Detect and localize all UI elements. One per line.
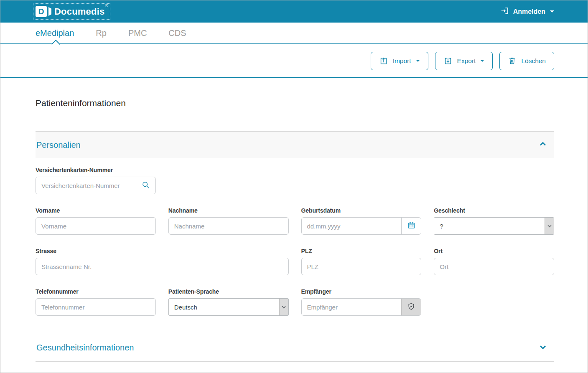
caret-down-icon <box>480 60 484 62</box>
topbar: D Documedis® Anmelden <box>0 0 588 23</box>
form-row: Versichertenkarten-Nummer <box>36 167 554 194</box>
empfaenger-label: Empfänger <box>301 288 422 295</box>
delete-button[interactable]: Löschen <box>499 52 554 70</box>
tab-pmc[interactable]: PMC <box>128 28 147 38</box>
brand-d-icon: D <box>36 6 47 17</box>
strasse-label: Strasse <box>36 248 289 255</box>
import-button[interactable]: Import <box>371 52 428 70</box>
calendar-icon <box>407 221 416 231</box>
plz-input[interactable] <box>301 258 422 275</box>
tab-cds[interactable]: CDS <box>168 28 186 38</box>
upload-icon <box>379 56 388 66</box>
empfaenger-input[interactable] <box>302 299 402 315</box>
select-chevron-icon <box>279 299 288 315</box>
geburtsdatum-label: Geburtsdatum <box>301 207 422 214</box>
trash-icon <box>508 56 517 65</box>
section-gesundheitsinformationen-header[interactable]: Gesundheitsinformationen <box>36 334 554 362</box>
tab-rp[interactable]: Rp <box>96 28 107 38</box>
download-icon <box>443 56 453 66</box>
registered-mark: ® <box>105 3 108 8</box>
field-vorname: Vorname <box>36 207 156 235</box>
empfaenger-verify-button[interactable] <box>401 299 421 315</box>
geschlecht-label: Geschlecht <box>434 207 554 214</box>
versichertenkarten-nummer-input[interactable] <box>36 177 136 194</box>
vorname-label: Vorname <box>36 207 156 214</box>
field-empfaenger: Empfänger <box>301 288 422 316</box>
form-row: Telefonnummer Patienten-Sprache Deutsch <box>36 288 554 316</box>
import-label: Import <box>393 57 411 65</box>
ort-label: Ort <box>434 248 554 255</box>
form-row: Vorname Nachname Geburtsdatum <box>36 207 554 235</box>
brand-logo[interactable]: D Documedis® <box>36 6 108 17</box>
card-search-button[interactable] <box>136 177 155 194</box>
chevron-down-icon[interactable] <box>537 342 548 354</box>
shield-check-icon <box>407 302 415 312</box>
login-door-icon <box>500 6 509 17</box>
tab-emediplan[interactable]: eMediplan <box>36 28 74 38</box>
form-row: Strasse PLZ Ort <box>36 248 554 275</box>
geschlecht-value: ? <box>440 223 443 230</box>
patienten-sprache-value: Deutsch <box>174 304 197 311</box>
chevron-up-icon[interactable] <box>537 139 548 151</box>
tab-navigation: eMediplan Rp PMC CDS <box>0 23 588 44</box>
nachname-input[interactable] <box>168 217 289 235</box>
caret-down-icon <box>550 10 554 13</box>
field-geschlecht: Geschlecht ? <box>434 207 554 235</box>
geschlecht-select[interactable]: ? <box>434 217 554 235</box>
section-personalien-title: Personalien <box>36 140 81 150</box>
field-plz: PLZ <box>301 248 422 275</box>
search-icon <box>141 180 150 190</box>
toolbar: Import Export Löschen <box>0 44 588 78</box>
export-label: Export <box>457 57 476 65</box>
brand-name: Documedis® <box>54 6 108 17</box>
login-menu[interactable]: Anmelden <box>500 6 554 17</box>
page-title: Patienteninformationen <box>36 98 554 108</box>
empfaenger-group <box>301 298 422 316</box>
geburtsdatum-group <box>301 217 422 235</box>
geburtsdatum-input[interactable] <box>302 218 402 234</box>
section-personalien-header[interactable]: Personalien <box>36 131 554 158</box>
main-content: Patienteninformationen Personalien Versi… <box>0 78 588 362</box>
field-geburtsdatum: Geburtsdatum <box>301 207 422 235</box>
field-strasse: Strasse <box>36 248 289 275</box>
field-nachname: Nachname <box>168 207 289 235</box>
versichertenkarten-nummer-label: Versichertenkarten-Nummer <box>36 167 156 174</box>
telefonnummer-label: Telefonnummer <box>36 288 156 295</box>
patienten-sprache-select[interactable]: Deutsch <box>168 298 289 316</box>
telefonnummer-input[interactable] <box>36 298 156 316</box>
caret-down-icon <box>416 60 420 62</box>
datepicker-button[interactable] <box>401 218 421 234</box>
vorname-input[interactable] <box>36 217 156 235</box>
field-telefonnummer: Telefonnummer <box>36 288 156 316</box>
app-window: D Documedis® Anmelden eMediplan Rp PMC C… <box>0 0 588 373</box>
export-button[interactable]: Export <box>435 52 493 70</box>
brand-fold-icon <box>48 7 51 16</box>
login-label: Anmelden <box>513 8 545 15</box>
strasse-input[interactable] <box>36 258 289 275</box>
select-chevron-icon <box>545 218 554 234</box>
ort-input[interactable] <box>434 258 554 275</box>
field-ort: Ort <box>434 248 554 275</box>
field-versichertenkarten-nummer: Versichertenkarten-Nummer <box>36 167 156 194</box>
plz-label: PLZ <box>301 248 422 255</box>
personalien-form: Versichertenkarten-Nummer <box>36 158 554 316</box>
nachname-label: Nachname <box>168 207 289 214</box>
patienten-sprache-label: Patienten-Sprache <box>168 288 289 295</box>
field-patienten-sprache: Patienten-Sprache Deutsch <box>168 288 289 316</box>
section-gesundheitsinformationen-title: Gesundheitsinformationen <box>36 343 134 353</box>
delete-label: Löschen <box>521 57 546 65</box>
versichertenkarten-nummer-group <box>36 177 156 194</box>
